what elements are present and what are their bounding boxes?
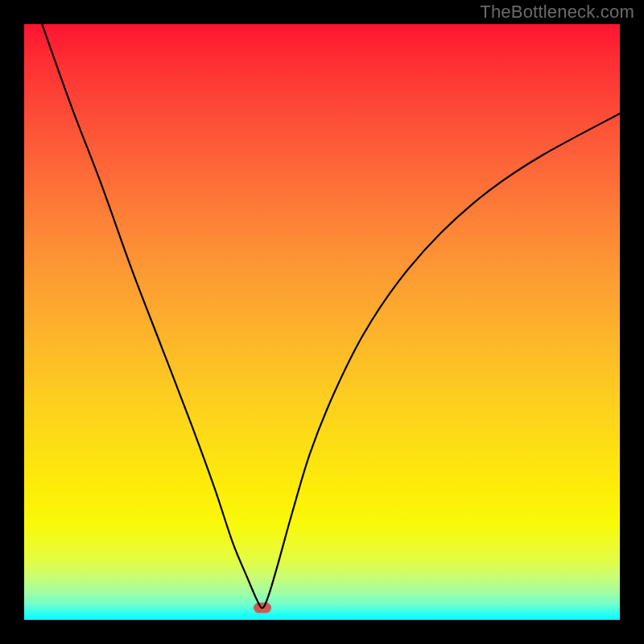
watermark-text: TheBottleneck.com (480, 2, 634, 23)
bottleneck-curve (24, 24, 620, 620)
plot-area (24, 24, 620, 620)
chart-frame: TheBottleneck.com (0, 0, 644, 644)
